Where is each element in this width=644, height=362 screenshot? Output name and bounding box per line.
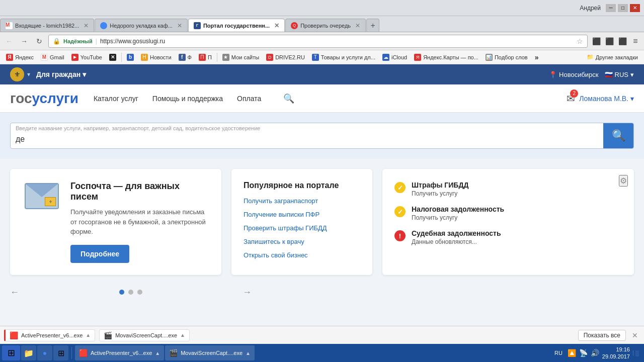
- bookmark-star-icon[interactable]: ☆: [577, 37, 583, 45]
- taskbar-explorer-button[interactable]: 📁: [21, 345, 36, 360]
- download-item-movavi[interactable]: 🎬 MovaviScreenCapt....exe ▲: [99, 329, 190, 341]
- popular-link-gibdd[interactable]: Проверить штрафы ГИБДД: [244, 224, 360, 232]
- taskbar-apps-button[interactable]: ⊞: [53, 345, 68, 360]
- bookmark-yandexmaps[interactable]: Я Яндекс.Карты — по...: [411, 53, 481, 62]
- gosusl-mail-button[interactable]: ✉ 2: [567, 93, 575, 105]
- bookmark-favicon-podbor: 📊: [486, 54, 493, 61]
- extension-button-3[interactable]: ⬛: [617, 36, 628, 47]
- bookmark-x[interactable]: ✕: [106, 53, 119, 62]
- nav-search-icon[interactable]: 🔍: [283, 93, 294, 104]
- tab-label-gmail: Входящие - lomich1982...: [15, 23, 79, 29]
- carousel-dot-2[interactable]: [128, 290, 133, 295]
- show-desktop-button[interactable]: ░: [633, 350, 639, 356]
- taskbar-chrome-button[interactable]: ●: [37, 345, 52, 360]
- tray-network-icon[interactable]: 📡: [579, 349, 588, 357]
- extension-button-1[interactable]: ⬛: [591, 36, 602, 47]
- gosusl-dropdown[interactable]: ▾: [27, 71, 30, 78]
- tab-close-coffee[interactable]: ✕: [177, 22, 182, 29]
- extension-button-2[interactable]: ⬛: [604, 36, 615, 47]
- bookmark-novosti[interactable]: Н Новости: [138, 53, 175, 62]
- status-sub-tax[interactable]: Получить услугу: [412, 214, 504, 221]
- download-icon-activepresenter: 🟥: [10, 331, 18, 339]
- tray-arrow-icon[interactable]: 🔼: [568, 349, 576, 357]
- minimize-button[interactable]: ─: [606, 4, 616, 12]
- download-item-activepresenter[interactable]: 🟥 ActivePresenter_v6...exe ▲: [4, 329, 95, 341]
- gosusl-user-menu[interactable]: Ломанова М.В. ▾: [579, 95, 634, 103]
- menu-pomosh[interactable]: Помощь и поддержка: [152, 95, 223, 103]
- bookmark-yandex[interactable]: Я Яндекс: [3, 53, 37, 62]
- chrome-menu-button[interactable]: ≡: [630, 36, 641, 47]
- bookmark-b[interactable]: b: [124, 53, 137, 62]
- taskbar-app-activepresenter[interactable]: 🟥 ActivePresenter_v6...exe ▲: [75, 345, 164, 360]
- taskbar-app-movavi[interactable]: 🎬 MovaviScreenCapt....exe ▲: [165, 345, 255, 360]
- tab-gosuslugi[interactable]: Г Портал государственн... ✕: [188, 19, 285, 32]
- reload-button[interactable]: ↻: [33, 35, 45, 47]
- carousel-next-button[interactable]: →: [243, 287, 252, 298]
- bookmark-other[interactable]: 📁 Другие закладки: [584, 53, 641, 61]
- gosusl-menu: Каталог услуг Помощь и поддержка Оплата …: [94, 93, 294, 104]
- popular-link-zagranpasport[interactable]: Получить загранпаспорт: [244, 197, 360, 205]
- tab-coffee[interactable]: Недорого укладка каф... ✕: [95, 19, 188, 32]
- download-expand-activepresenter[interactable]: ▲: [86, 332, 91, 338]
- bookmark-tovary[interactable]: Т Товары и услуги дл...: [309, 53, 378, 62]
- download-bar-close-button[interactable]: ✕: [630, 330, 640, 340]
- download-expand-movavi[interactable]: ▲: [180, 332, 185, 338]
- tray-lang[interactable]: RU: [554, 350, 562, 356]
- back-button[interactable]: ←: [3, 35, 15, 47]
- envelope-stamp: ⚜: [45, 197, 56, 206]
- popular-link-vrach[interactable]: Запишитесь к врачу: [244, 238, 360, 245]
- bookmark-moisaity[interactable]: ★ Мои сайты: [219, 53, 262, 62]
- popular-link-biznes[interactable]: Открыть свой бизнес: [244, 251, 360, 259]
- tab-close-gmail[interactable]: ✕: [84, 22, 89, 29]
- show-all-downloads-button[interactable]: Показать все: [578, 330, 626, 341]
- bookmark-favicon-x: ✕: [109, 54, 116, 61]
- gosusl-lang-dropdown-icon: ▾: [630, 71, 634, 78]
- tab-gmail[interactable]: M Входящие - lomich1982... ✕: [0, 19, 94, 32]
- popular-link-pfr[interactable]: Получение выписки ПФР: [244, 211, 360, 218]
- taskbar-datetime[interactable]: 19:16 29.09.2017: [602, 346, 630, 360]
- status-sub-fines[interactable]: Получить услугу: [412, 190, 468, 197]
- bookmark-drive2[interactable]: D DRIVE2.RU: [263, 53, 308, 62]
- tab-close-queue[interactable]: ✕: [355, 22, 360, 29]
- bookmark-label-yandex: Яндекс: [15, 54, 34, 60]
- gosusl-lang[interactable]: 🇷🇺 RUS ▾: [605, 71, 634, 78]
- gosusl-logo[interactable]: госуслуги: [10, 90, 78, 107]
- activepresenter-label: ActivePresenter_v6...exe: [91, 350, 152, 356]
- status-dot-court: [394, 230, 406, 241]
- carousel-prev-button[interactable]: ←: [10, 287, 19, 298]
- carousel-dot-3[interactable]: [137, 290, 142, 295]
- bookmark-folder-icon: 📁: [587, 54, 594, 60]
- status-title-tax: Налоговая задолженность: [412, 205, 504, 213]
- start-button[interactable]: ⊞: [2, 345, 20, 360]
- activepresenter-expand-icon[interactable]: ▲: [155, 350, 160, 356]
- carousel-dot-1[interactable]: [119, 290, 124, 295]
- status-gear-button[interactable]: ⚙: [619, 175, 628, 187]
- menu-oplata[interactable]: Оплата: [237, 95, 261, 103]
- address-bar-actions: ⬛ ⬛ ⬛ ≡: [591, 36, 641, 47]
- taskbar: ⊞ 📁 ● ⊞ 🟥 ActivePresenter_v6...exe ▲ 🎬 M…: [0, 344, 644, 362]
- movavi-expand-icon[interactable]: ▲: [246, 350, 251, 356]
- tab-close-gosuslugi[interactable]: ✕: [274, 22, 279, 29]
- address-input-container[interactable]: 🔒 Надёжный | https://www.gosuslugi.ru ☆: [48, 35, 588, 48]
- maximize-button[interactable]: □: [618, 4, 628, 12]
- search-input[interactable]: [11, 123, 603, 148]
- bookmark-podbor[interactable]: 📊 Подбор слов: [482, 53, 531, 62]
- bookmark-p[interactable]: П П: [196, 53, 215, 62]
- menu-katalog[interactable]: Каталог услуг: [94, 95, 138, 103]
- tray-volume-icon[interactable]: 🔊: [591, 349, 599, 357]
- bookmark-icloud[interactable]: ☁ iCloud: [379, 53, 410, 62]
- status-dot-tax: [394, 206, 406, 217]
- tab-queue[interactable]: Q Проверить очередь ✕: [285, 19, 366, 32]
- bookmark-youtube[interactable]: ▶ YouTube: [68, 53, 105, 62]
- gosusl-citizens-nav[interactable]: Для граждан ▾: [36, 70, 86, 78]
- bookmark-fb[interactable]: f Ф: [176, 53, 195, 62]
- close-button[interactable]: ✕: [630, 4, 640, 12]
- gosusl-citizens-label: Для граждан: [36, 70, 80, 78]
- gosusl-location[interactable]: 📍 Новосибирск: [549, 71, 599, 78]
- forward-button[interactable]: →: [18, 35, 30, 47]
- bookmark-gmail[interactable]: M Gmail: [38, 53, 67, 62]
- search-button[interactable]: 🔍: [603, 123, 633, 148]
- bookmark-more[interactable]: »: [532, 52, 542, 62]
- gosmail-button[interactable]: Подробнее: [70, 245, 129, 263]
- new-tab-button[interactable]: +: [366, 19, 379, 32]
